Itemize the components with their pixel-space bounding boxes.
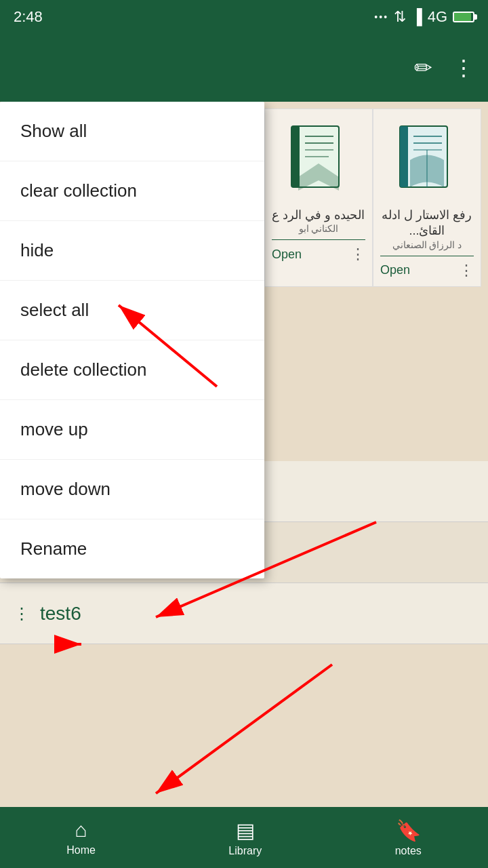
- network-arrows-icon: ⇅: [394, 8, 406, 26]
- menu-item-move-up[interactable]: move up: [0, 400, 264, 460]
- nav-home[interactable]: ⌂ Home: [66, 818, 96, 856]
- menu-item-clear-collection[interactable]: clear collection: [0, 161, 264, 221]
- nav-notes-label: notes: [395, 845, 422, 857]
- book-card: الحيده و في الرد ع الكناني ابو Open ⋮: [264, 108, 373, 287]
- collection-name: test6: [40, 603, 81, 625]
- nav-library-label: Library: [228, 845, 262, 857]
- battery-icon: [453, 12, 474, 22]
- book-grid: الحيده و في الرد ع الكناني ابو Open ⋮: [258, 102, 488, 294]
- book-more-button[interactable]: ⋮: [350, 245, 365, 263]
- more-options-button[interactable]: ⋮: [453, 55, 474, 81]
- home-icon: ⌂: [75, 818, 87, 842]
- menu-item-rename[interactable]: Rename: [0, 519, 264, 578]
- main-content: الحيده و في الرد ع الكناني ابو Open ⋮: [0, 102, 488, 807]
- book-actions: Open ⋮: [272, 239, 365, 263]
- book-thumbnail: [278, 116, 359, 204]
- nav-library[interactable]: ▤ Library: [228, 818, 262, 857]
- book-card: رفع الاستار ل ادله القائ... د الرزاق الص…: [373, 108, 481, 287]
- menu-item-show-all[interactable]: Show all: [0, 102, 264, 161]
- edit-button[interactable]: ✏: [414, 55, 432, 81]
- book-more-button[interactable]: ⋮: [459, 262, 474, 279]
- svg-rect-8: [400, 126, 408, 187]
- time-display: 2:48: [14, 8, 43, 26]
- open-book-button[interactable]: Open: [272, 248, 302, 262]
- list-item: ⋮ test6: [0, 583, 488, 644]
- menu-item-select-all[interactable]: select all: [0, 281, 264, 340]
- status-icons: ••• ⇅ ▐ 4G: [374, 8, 474, 26]
- signal-bars-icon: ▐: [411, 8, 422, 26]
- menu-item-delete-collection[interactable]: delete collection: [0, 340, 264, 400]
- signal-dots-icon: •••: [374, 12, 388, 22]
- nav-notes[interactable]: 🔖 notes: [395, 818, 422, 857]
- book-author: د الرزاق الصنعاني: [392, 239, 462, 250]
- book-title: رفع الاستار ل ادله القائ...: [380, 208, 474, 239]
- book-thumbnail: [386, 116, 468, 204]
- book-actions: Open ⋮: [380, 256, 474, 279]
- notes-icon: 🔖: [396, 818, 421, 842]
- status-bar: 2:48 ••• ⇅ ▐ 4G: [0, 0, 488, 34]
- app-bar: ✏ ⋮: [0, 34, 488, 102]
- library-icon: ▤: [236, 818, 255, 842]
- menu-item-hide[interactable]: hide: [0, 221, 264, 281]
- book-author: الكناني ابو: [299, 223, 339, 234]
- book-title: الحيده و في الرد ع: [272, 208, 365, 223]
- nav-home-label: Home: [66, 844, 96, 856]
- context-menu: Show all clear collection hide select al…: [0, 102, 264, 578]
- menu-item-move-down[interactable]: move down: [0, 460, 264, 519]
- collection-drag-handle[interactable]: ⋮: [14, 604, 30, 623]
- open-book-button[interactable]: Open: [380, 263, 410, 277]
- network-type-label: 4G: [428, 8, 447, 26]
- bottom-navigation: ⌂ Home ▤ Library 🔖 notes: [0, 807, 488, 868]
